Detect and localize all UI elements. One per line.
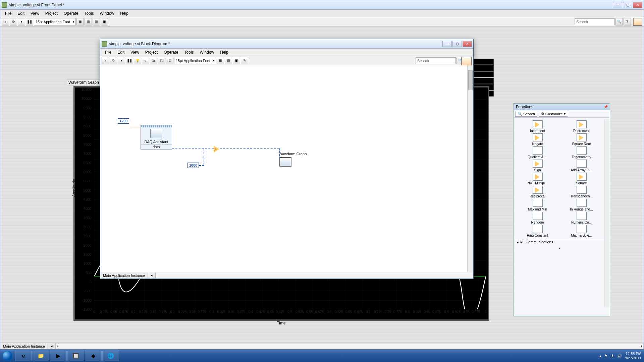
search-input[interactable] — [416, 57, 456, 64]
reorder-button[interactable]: ▣ — [233, 57, 240, 64]
status-tab[interactable]: Main Application Instance — [0, 344, 48, 349]
align-button[interactable]: ▦ — [217, 57, 224, 64]
run-cont-button[interactable]: ⟳ — [110, 57, 117, 64]
daq-assistant-node[interactable]: DAQ Assistant data — [141, 125, 172, 149]
taskbar-app1[interactable]: 🔲 — [67, 351, 84, 361]
close-button[interactable]: ✕ — [633, 2, 642, 8]
palette-titlebar[interactable]: Functions 📌 — [514, 104, 610, 110]
palette-item[interactable]: Decrement — [560, 120, 602, 133]
menu-edit[interactable]: Edit — [15, 10, 27, 16]
main-titlebar[interactable]: simple_voltage.vi Front Panel * — ▢ ✕ — [0, 0, 644, 10]
abort-button[interactable]: ● — [118, 57, 125, 64]
status-nav-left[interactable]: ◂ — [48, 343, 56, 349]
align-button[interactable]: ▦ — [76, 18, 84, 25]
minimize-button[interactable]: — — [442, 41, 452, 47]
status-nav-left[interactable]: ◂ — [148, 273, 156, 278]
highlight-button[interactable]: 💡 — [134, 57, 141, 64]
close-button[interactable]: ✕ — [463, 41, 472, 47]
legend-row[interactable] — [474, 71, 494, 77]
multiply-node[interactable] — [214, 146, 220, 153]
tray-flag-icon[interactable]: ⚑ — [604, 354, 608, 358]
palette-item[interactable]: Max and Min — [517, 199, 558, 211]
pause-button[interactable]: ❚❚ — [26, 18, 33, 25]
daq-data-terminal[interactable]: data — [141, 144, 172, 149]
tray-volume-icon[interactable]: 🔊 — [617, 354, 622, 358]
legend-row[interactable] — [474, 78, 494, 84]
resize-button[interactable]: ▥ — [93, 18, 100, 25]
menu-project[interactable]: Project — [143, 49, 160, 55]
retain-wire-button[interactable]: ↯ — [142, 57, 149, 64]
distribute-button[interactable]: ▤ — [225, 57, 232, 64]
pin-icon[interactable]: 📌 — [604, 105, 608, 109]
palette-item[interactable]: Add Array El... — [560, 160, 602, 172]
run-cont-button[interactable]: ⟳ — [10, 18, 17, 25]
h-scrollbar[interactable] — [156, 273, 473, 278]
palette-item[interactable]: Math & Scie... — [560, 225, 602, 237]
search-input[interactable] — [575, 18, 615, 25]
waveform-graph-terminal[interactable] — [279, 157, 291, 167]
menu-help[interactable]: Help — [217, 49, 231, 55]
palette-item[interactable]: Increment — [517, 120, 558, 133]
menu-operate[interactable]: Operate — [61, 10, 81, 16]
palette-item[interactable]: Random — [517, 212, 558, 224]
palette-item[interactable]: Trigonometry — [560, 146, 602, 159]
palette-item[interactable]: Ring Constant — [517, 225, 558, 237]
h-scrollbar[interactable] — [56, 344, 644, 349]
vi-icon[interactable] — [633, 18, 642, 26]
font-combo[interactable]: 15pt Application Font — [174, 57, 216, 64]
legend-row[interactable] — [474, 65, 494, 71]
block-diagram-canvas[interactable]: 1200 1000 DAQ Assistant data Waveform Gr… — [100, 65, 467, 272]
menu-operate[interactable]: Operate — [161, 49, 181, 55]
taskbar-explorer[interactable]: 📁 — [33, 351, 49, 361]
status-tab[interactable]: Main Application Instance — [100, 273, 148, 278]
minimize-button[interactable]: — — [613, 2, 622, 8]
taskbar-labview[interactable]: ◆ — [85, 351, 102, 361]
taskbar-media[interactable]: ▶ — [50, 351, 67, 361]
palette-item[interactable]: Sign — [517, 160, 558, 172]
step-into-button[interactable]: ⇲ — [150, 57, 157, 64]
maximize-button[interactable]: ▢ — [452, 41, 462, 47]
start-button[interactable] — [0, 350, 15, 362]
help-button[interactable]: ? — [624, 18, 631, 25]
numeric-constant-1000[interactable]: 1000 — [187, 163, 199, 168]
menu-view[interactable]: View — [28, 10, 42, 16]
reorder-button[interactable]: ▣ — [101, 18, 108, 25]
palette-search-button[interactable]: 🔍Search — [515, 111, 537, 117]
tray-up-icon[interactable]: ▴ — [599, 354, 601, 358]
palette-item[interactable]: Transcenden... — [560, 186, 602, 198]
palette-more[interactable]: ⌄ — [515, 245, 604, 250]
numeric-constant-1200[interactable]: 1200 — [118, 118, 129, 124]
menu-window[interactable]: Window — [197, 49, 217, 55]
menu-window[interactable]: Window — [97, 10, 117, 16]
menu-help[interactable]: Help — [117, 10, 131, 16]
palette-item[interactable]: In Range and... — [560, 199, 602, 211]
run-button[interactable]: ▷ — [2, 18, 9, 25]
palette-item[interactable]: Square — [560, 173, 602, 185]
run-button[interactable]: ▷ — [102, 57, 109, 64]
taskbar-app2[interactable]: 🌐 — [102, 351, 119, 361]
step-out-button[interactable]: ⇵ — [166, 57, 173, 64]
cleanup-button[interactable]: ✎ — [241, 57, 248, 64]
font-combo[interactable]: 15pt Application Font — [34, 18, 76, 25]
palette-customize-button[interactable]: ⚙Customize▾ — [539, 111, 568, 117]
palette-item[interactable]: Negate — [517, 133, 558, 146]
search-go-button[interactable]: 🔍 — [615, 18, 623, 25]
legend-row[interactable] — [474, 59, 494, 65]
menu-view[interactable]: View — [128, 49, 142, 55]
maximize-button[interactable]: ▢ — [623, 2, 632, 8]
menu-file[interactable]: File — [2, 10, 14, 16]
palette-item[interactable]: Reciprocal — [517, 186, 558, 198]
pause-button[interactable]: ❚❚ — [126, 57, 133, 64]
clock[interactable]: 12:53 PM 9/27/2011 — [625, 352, 641, 360]
abort-button[interactable]: ● — [18, 18, 25, 25]
menu-tools[interactable]: Tools — [82, 10, 97, 16]
menu-tools[interactable]: Tools — [182, 49, 197, 55]
menu-file[interactable]: File — [102, 49, 114, 55]
tray-network-icon[interactable]: 🖧 — [610, 354, 614, 358]
menu-project[interactable]: Project — [43, 10, 60, 16]
palette-item[interactable]: Quotient & ... — [517, 146, 558, 159]
v-scrollbar[interactable] — [604, 119, 610, 307]
palette-item[interactable]: Numeric Co... — [560, 212, 602, 224]
palette-category-rf[interactable]: RF Communications — [515, 239, 604, 245]
palette-item[interactable]: NXT Multipl... — [517, 173, 558, 185]
